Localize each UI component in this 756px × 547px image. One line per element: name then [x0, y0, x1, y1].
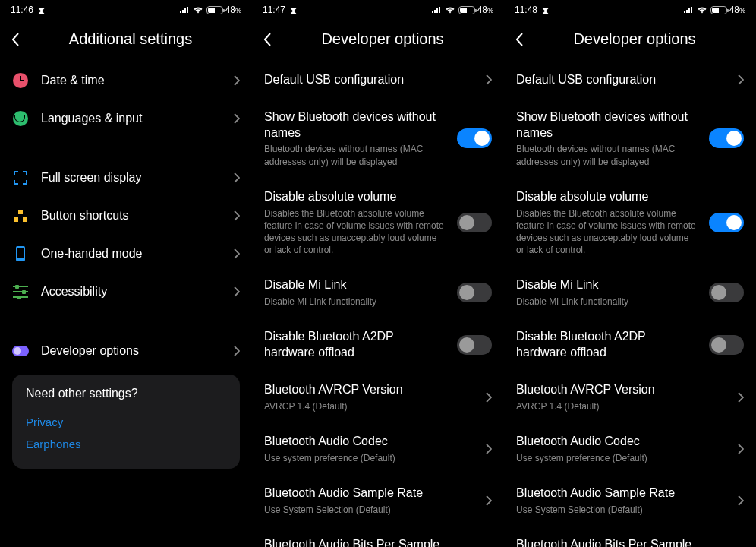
- chevron-right-icon: [738, 74, 744, 85]
- header: Developer options: [252, 20, 504, 62]
- toggle-switch[interactable]: [709, 128, 744, 148]
- button-shortcuts-icon: [14, 210, 27, 222]
- status-time: 11:48: [515, 5, 537, 15]
- wifi-icon: [193, 6, 203, 14]
- row-bluetooth-audio-sample-rate[interactable]: Bluetooth Audio Sample RateUse System Se…: [264, 475, 492, 526]
- row-default-usb-configuration[interactable]: Default USB configuration: [516, 62, 744, 99]
- row-show-bluetooth-devices-without-names[interactable]: Show Bluetooth devices without namesBlue…: [516, 99, 744, 179]
- row-show-bluetooth-devices-without-names[interactable]: Show Bluetooth devices without namesBlue…: [264, 99, 492, 179]
- toggle-switch[interactable]: [457, 335, 492, 355]
- back-icon[interactable]: [12, 33, 20, 46]
- battery-indicator: 48%: [710, 5, 745, 15]
- globe-icon: [13, 111, 28, 126]
- toggle-switch[interactable]: [709, 283, 744, 302]
- row-bluetooth-audio-codec[interactable]: Bluetooth Audio CodecUse system preferen…: [516, 423, 744, 475]
- chevron-right-icon: [234, 113, 240, 124]
- row-one-handed-mode[interactable]: One-handed mode: [12, 235, 240, 273]
- chevron-right-icon: [234, 346, 240, 356]
- chevron-right-icon: [234, 286, 240, 297]
- row-disable-absolute-volume[interactable]: Disable absolute volumeDisables the Blue…: [264, 179, 492, 267]
- row-title: Disable absolute volume: [516, 189, 697, 205]
- row-title: Show Bluetooth devices without names: [264, 109, 445, 141]
- row-title: Show Bluetooth devices without names: [516, 109, 697, 141]
- chevron-right-icon: [738, 392, 744, 403]
- toggle-switch[interactable]: [709, 335, 744, 355]
- hourglass-icon: ⧗: [290, 5, 297, 15]
- toggle-switch[interactable]: [709, 213, 744, 232]
- row-button-shortcuts[interactable]: Button shortcuts: [12, 197, 240, 235]
- row-bluetooth-avrcp-version[interactable]: Bluetooth AVRCP VersionAVRCP 1.4 (Defaul…: [264, 372, 492, 423]
- row-title: Bluetooth Audio Sample Rate: [264, 485, 474, 501]
- row-disable-bluetooth-a2dp-hardware-offload[interactable]: Disable Bluetooth A2DP hardware offload: [516, 318, 744, 372]
- row-accessibility[interactable]: Accessibility: [12, 273, 240, 311]
- toggle-switch[interactable]: [457, 213, 492, 232]
- row-description: Bluetooth devices without names (MAC add…: [264, 143, 445, 167]
- row-default-usb-configuration[interactable]: Default USB configuration: [264, 62, 492, 99]
- row-disable-mi-link[interactable]: Disable Mi LinkDisable Mi Link functiona…: [264, 267, 492, 318]
- screen-developer-options-2: 11:48 ⧗ 48% Developer options Default US…: [504, 0, 756, 547]
- row-title: Disable absolute volume: [264, 189, 445, 205]
- status-time: 11:46: [11, 5, 33, 15]
- row-bluetooth-audio-sample-rate[interactable]: Bluetooth Audio Sample RateUse System Se…: [516, 475, 744, 526]
- page-title: Developer options: [539, 30, 730, 48]
- phone-icon: [16, 246, 25, 261]
- row-description: Use System Selection (Default): [264, 504, 474, 516]
- wifi-icon: [697, 6, 707, 14]
- row-date-time[interactable]: Date & time: [12, 62, 240, 100]
- row-description: AVRCP 1.4 (Default): [516, 400, 726, 413]
- row-bluetooth-avrcp-version[interactable]: Bluetooth AVRCP VersionAVRCP 1.4 (Defaul…: [516, 372, 744, 423]
- row-bluetooth-audio-codec[interactable]: Bluetooth Audio CodecUse system preferen…: [264, 423, 492, 475]
- row-languages-input[interactable]: Languages & input: [12, 100, 240, 138]
- row-description: Disable Mi Link functionality: [516, 296, 697, 308]
- row-description: Disable Mi Link functionality: [264, 296, 445, 308]
- hourglass-icon: ⧗: [38, 5, 45, 15]
- row-description: Use system preference (Default): [516, 452, 726, 464]
- row-description: Disables the Bluetooth absolute volume f…: [516, 207, 697, 257]
- link-privacy[interactable]: Privacy: [26, 411, 226, 433]
- row-title: Bluetooth Audio Codec: [516, 434, 726, 450]
- battery-indicator: 48%: [458, 5, 493, 15]
- row-description: Disables the Bluetooth absolute volume f…: [264, 207, 445, 257]
- row-description: Bluetooth devices without names (MAC add…: [516, 143, 697, 167]
- chevron-right-icon: [738, 444, 744, 454]
- battery-indicator: 48%: [206, 5, 241, 15]
- row-developer-options[interactable]: Developer options: [12, 332, 240, 370]
- row-title: Bluetooth Audio Codec: [264, 434, 474, 450]
- screen-developer-options-1: 11:47 ⧗ 48% Developer options Default US…: [252, 0, 504, 547]
- row-title: Default USB configuration: [516, 72, 726, 88]
- row-title: Bluetooth Audio Bits Per Sample: [264, 537, 474, 547]
- chevron-right-icon: [486, 392, 492, 403]
- status-time: 11:47: [263, 5, 285, 15]
- row-title: Default USB configuration: [264, 72, 474, 88]
- chevron-right-icon: [486, 74, 492, 85]
- back-icon[interactable]: [264, 33, 272, 46]
- link-earphones[interactable]: Earphones: [26, 433, 226, 455]
- row-description: Use System Selection (Default): [516, 504, 726, 516]
- screen-additional-settings: 11:46 ⧗ 48% Additional settings Date & t…: [0, 0, 252, 547]
- card-title: Need other settings?: [26, 387, 226, 400]
- row-full-screen-display[interactable]: Full screen display: [12, 159, 240, 197]
- row-title: Bluetooth Audio Sample Rate: [516, 485, 726, 501]
- page-title: Developer options: [287, 30, 478, 48]
- row-title: Bluetooth AVRCP Version: [264, 382, 474, 398]
- status-bar: 11:48 ⧗ 48%: [504, 0, 756, 20]
- toggle-icon: [12, 346, 29, 356]
- row-disable-mi-link[interactable]: Disable Mi LinkDisable Mi Link functiona…: [516, 267, 744, 318]
- hourglass-icon: ⧗: [542, 5, 549, 15]
- chevron-right-icon: [234, 172, 240, 183]
- status-bar: 11:46 ⧗ 48%: [0, 0, 252, 20]
- wifi-icon: [445, 6, 455, 14]
- back-icon[interactable]: [516, 33, 524, 46]
- row-disable-bluetooth-a2dp-hardware-offload[interactable]: Disable Bluetooth A2DP hardware offload: [264, 318, 492, 372]
- row-bluetooth-audio-bits-per-sample[interactable]: Bluetooth Audio Bits Per SampleUse Syste…: [516, 526, 744, 547]
- toggle-switch[interactable]: [457, 283, 492, 302]
- signal-icon: [683, 6, 694, 14]
- row-bluetooth-audio-bits-per-sample[interactable]: Bluetooth Audio Bits Per SampleUse Syste…: [264, 526, 492, 547]
- toggle-switch[interactable]: [457, 128, 492, 148]
- row-disable-absolute-volume[interactable]: Disable absolute volumeDisables the Blue…: [516, 179, 744, 267]
- header: Additional settings: [0, 20, 252, 62]
- chevron-right-icon: [486, 444, 492, 454]
- need-other-settings-card: Need other settings? Privacy Earphones: [12, 375, 240, 469]
- header: Developer options: [504, 20, 756, 62]
- row-title: Disable Mi Link: [264, 277, 445, 293]
